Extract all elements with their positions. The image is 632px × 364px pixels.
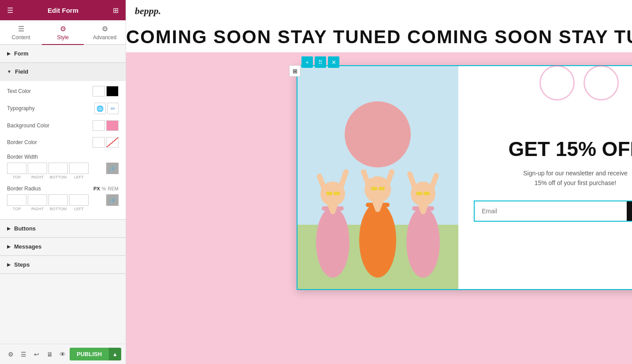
border-radius-units: PX % REM xyxy=(93,186,119,191)
border-radius-input-group: TOP RIGHT BOTTOM xyxy=(7,194,106,211)
modal-image-panel xyxy=(297,66,458,289)
field-section-header[interactable]: ▼ Field xyxy=(0,63,126,81)
text-color-swatches xyxy=(93,86,119,97)
email-form: ✏ Subscribe xyxy=(474,201,632,222)
steps-section-header[interactable]: ▶ Steps xyxy=(0,256,126,274)
publish-button-group: PUBLISH ▲ xyxy=(70,348,121,360)
decorative-circles xyxy=(539,65,632,100)
border-radius-link-button[interactable]: 🔗 xyxy=(106,194,119,206)
border-width-link-button[interactable]: 🔗 xyxy=(106,163,119,174)
border-width-label: Border Width xyxy=(7,154,119,160)
modal-add-button[interactable]: + xyxy=(301,56,313,68)
tab-advanced[interactable]: ⚙ Advanced xyxy=(84,20,126,45)
decorative-circle-2 xyxy=(584,65,619,100)
brand-name: beppp. xyxy=(135,5,161,16)
buttons-arrow-icon: ▶ xyxy=(7,226,11,231)
radius-top-input[interactable] xyxy=(7,194,26,206)
visibility-icon[interactable]: 👁 xyxy=(56,348,69,360)
radius-right-label: RIGHT xyxy=(31,207,44,211)
text-color-swatch-white[interactable] xyxy=(93,86,105,97)
side-table-icon[interactable]: ⊞ xyxy=(289,65,301,77)
radius-left-input[interactable] xyxy=(69,194,89,206)
radius-top-wrap: TOP xyxy=(7,194,26,211)
form-section: ▶ Form xyxy=(0,45,126,63)
email-input[interactable] xyxy=(475,201,627,221)
border-left-label: LEFT xyxy=(74,175,84,179)
radius-top-label: TOP xyxy=(13,207,21,211)
decorative-circle-1 xyxy=(539,65,575,100)
hamburger-icon[interactable]: ☰ xyxy=(7,6,13,15)
modal-toolbar-close-button[interactable]: ✕ xyxy=(328,56,339,68)
svg-rect-22 xyxy=(416,192,422,195)
history-icon[interactable]: ↩ xyxy=(30,348,43,360)
unit-rem[interactable]: REM xyxy=(108,186,119,191)
messages-section: ▶ Messages xyxy=(0,238,126,256)
publish-arrow-button[interactable]: ▲ xyxy=(109,348,121,360)
border-color-swatch-white[interactable] xyxy=(93,137,105,148)
border-left-wrap: LEFT xyxy=(69,163,89,179)
border-radius-label: Border Radius xyxy=(7,186,93,192)
layers-icon[interactable]: ☰ xyxy=(18,348,30,360)
ticker-bar: COMING SOON STAY TUNED COMING SOON STAY … xyxy=(126,22,632,52)
border-right-input[interactable] xyxy=(28,163,47,174)
form-section-header[interactable]: ▶ Form xyxy=(0,45,126,63)
modal-toolbar: + ⠿ ✕ xyxy=(301,56,339,68)
border-top-input[interactable] xyxy=(7,163,26,174)
canvas-area: beppp. COMING SOON STAY TUNED COMING SOO… xyxy=(126,0,632,364)
svg-point-9 xyxy=(406,207,440,278)
border-width-section: Border Width TOP RIGHT xyxy=(7,154,119,179)
unit-px[interactable]: PX xyxy=(93,186,100,191)
svg-point-3 xyxy=(316,207,349,278)
border-bottom-wrap: BOTTOM xyxy=(48,163,68,179)
subscribe-button[interactable]: Subscribe xyxy=(627,201,632,221)
panel-header: ☰ Edit Form ⊞ xyxy=(0,0,126,20)
ticker-text: COMING SOON STAY TUNED COMING SOON STAY … xyxy=(126,26,632,48)
messages-section-header[interactable]: ▶ Messages xyxy=(0,238,126,256)
text-color-swatch-black[interactable] xyxy=(106,86,119,97)
preview-icon[interactable]: 🖥 xyxy=(44,348,56,360)
panel-body: ▶ Form ▼ Field Text Color xyxy=(0,45,126,344)
typography-globe-icon[interactable]: 🌐 xyxy=(94,103,106,114)
svg-point-6 xyxy=(359,203,396,278)
border-width-inputs: TOP RIGHT BOTTOM xyxy=(7,163,119,179)
typography-row: Typography 🌐 ✏ xyxy=(7,103,119,114)
border-left-input[interactable] xyxy=(69,163,89,174)
tab-style[interactable]: ⚙ Style xyxy=(42,20,84,45)
modal-move-button[interactable]: ⠿ xyxy=(315,56,326,68)
border-top-label: TOP xyxy=(13,175,21,179)
text-color-row: Text Color xyxy=(7,86,119,97)
typography-pencil-icon[interactable]: ✏ xyxy=(107,103,119,114)
modal-image xyxy=(297,66,458,289)
border-bottom-input[interactable] xyxy=(48,163,68,174)
tab-content[interactable]: ☰ Content xyxy=(0,20,42,45)
publish-button[interactable]: PUBLISH xyxy=(70,348,109,360)
svg-rect-21 xyxy=(379,187,385,190)
grid-icon[interactable]: ⊞ xyxy=(113,6,119,15)
radius-bottom-label: BOTTOM xyxy=(50,207,67,211)
bg-color-label: Background Color xyxy=(7,123,93,129)
field-properties: Text Color Typography 🌐 ✏ Bac xyxy=(0,81,126,219)
radius-left-label: LEFT xyxy=(74,207,84,211)
radius-right-input[interactable] xyxy=(28,194,47,206)
settings-icon[interactable]: ⚙ xyxy=(4,348,17,360)
border-color-swatch-diag[interactable] xyxy=(106,137,119,148)
bg-color-swatch-pink[interactable] xyxy=(106,120,119,131)
radius-bottom-wrap: BOTTOM xyxy=(48,194,68,211)
border-right-wrap: RIGHT xyxy=(28,163,47,179)
radius-bottom-input[interactable] xyxy=(48,194,68,206)
buttons-section-header[interactable]: ▶ Buttons xyxy=(0,220,126,238)
modal-title: GET 15% OFF xyxy=(508,138,632,160)
svg-rect-20 xyxy=(371,187,377,190)
typography-label: Typography xyxy=(7,105,94,111)
style-icon: ⚙ xyxy=(60,25,66,33)
svg-rect-18 xyxy=(326,192,332,195)
radius-right-wrap: RIGHT xyxy=(28,194,47,211)
unit-separator: % xyxy=(102,186,106,191)
form-arrow-icon: ▶ xyxy=(7,51,11,56)
panel-tabs: ☰ Content ⚙ Style ⚙ Advanced xyxy=(0,20,126,45)
steps-section: ▶ Steps xyxy=(0,256,126,274)
border-radius-header: Border Radius PX % REM xyxy=(7,186,119,192)
messages-arrow-icon: ▶ xyxy=(7,244,11,249)
border-radius-inputs: TOP RIGHT BOTTOM xyxy=(7,194,119,211)
bg-color-swatch-white[interactable] xyxy=(93,120,105,131)
